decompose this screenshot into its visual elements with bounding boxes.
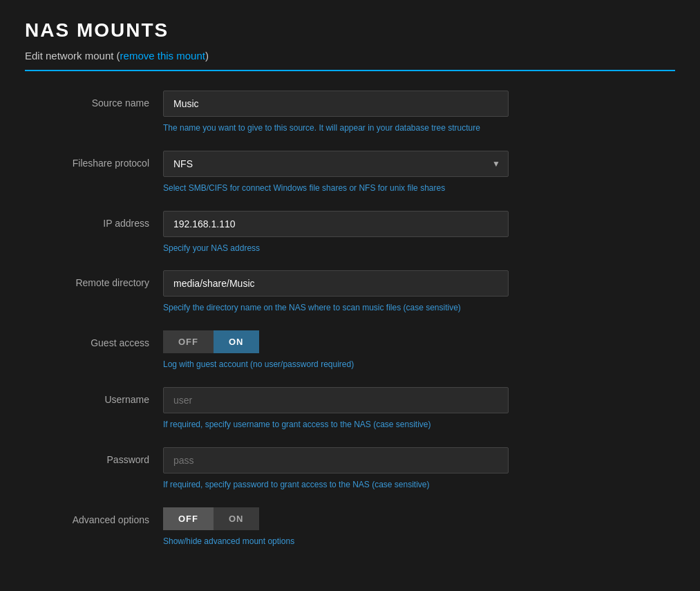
advanced-options-field-group: OFF ON Show/hide advanced mount options — [163, 507, 509, 547]
username-label: Username — [25, 387, 163, 405]
source-name-label: Source name — [25, 91, 163, 109]
page-title: NAS MOUNTS — [25, 19, 675, 41]
subtitle-suffix: ) — [205, 50, 209, 62]
fileshare-protocol-select-wrapper: NFS SMB/CIFS ▼ — [163, 151, 509, 177]
source-name-input[interactable] — [163, 91, 509, 117]
ip-address-hint: Specify your NAS address — [163, 243, 509, 254]
advanced-options-label: Advanced options — [25, 507, 163, 525]
advanced-options-off-button[interactable]: OFF — [163, 507, 214, 530]
ip-address-field-group: Specify your NAS address — [163, 211, 509, 254]
password-label: Password — [25, 447, 163, 465]
guest-access-toggle: OFF ON — [163, 330, 509, 353]
ip-address-input[interactable] — [163, 211, 509, 237]
fileshare-protocol-field-group: NFS SMB/CIFS ▼ Select SMB/CIFS for conne… — [163, 151, 509, 194]
password-row: Password If required, specify password t… — [25, 447, 675, 491]
remote-directory-field-group: Specify the directory name on the NAS wh… — [163, 270, 509, 314]
username-row: Username If required, specify username t… — [25, 387, 675, 431]
password-input[interactable] — [163, 447, 509, 473]
remote-directory-hint: Specify the directory name on the NAS wh… — [163, 302, 509, 314]
subtitle-row: Edit network mount ( remove this mount ) — [25, 50, 675, 71]
advanced-options-on-button[interactable]: ON — [214, 507, 259, 530]
source-name-field-group: The name you want to give to this source… — [163, 91, 509, 134]
advanced-options-toggle: OFF ON — [163, 507, 509, 530]
guest-access-label: Guest access — [25, 330, 163, 348]
remote-directory-label: Remote directory — [25, 270, 163, 288]
username-field-group: If required, specify username to grant a… — [163, 387, 509, 431]
guest-access-hint: Log with guest account (no user/password… — [163, 359, 509, 370]
username-hint: If required, specify username to grant a… — [163, 419, 509, 431]
password-hint: If required, specify password to grant a… — [163, 479, 509, 491]
advanced-options-row: Advanced options OFF ON Show/hide advanc… — [25, 507, 675, 547]
source-name-hint: The name you want to give to this source… — [163, 122, 509, 134]
ip-address-label: IP address — [25, 211, 163, 229]
remove-mount-link[interactable]: remove this mount — [120, 50, 205, 62]
guest-access-row: Guest access OFF ON Log with guest accou… — [25, 330, 675, 370]
fileshare-protocol-row: Fileshare protocol NFS SMB/CIFS ▼ Select… — [25, 151, 675, 194]
ip-address-row: IP address Specify your NAS address — [25, 211, 675, 254]
fileshare-protocol-label: Fileshare protocol — [25, 151, 163, 169]
guest-access-on-button[interactable]: ON — [214, 330, 259, 353]
password-field-group: If required, specify password to grant a… — [163, 447, 509, 491]
guest-access-field-group: OFF ON Log with guest account (no user/p… — [163, 330, 509, 370]
advanced-options-hint: Show/hide advanced mount options — [163, 536, 509, 547]
remote-directory-input[interactable] — [163, 270, 509, 297]
fileshare-protocol-select[interactable]: NFS SMB/CIFS — [163, 151, 509, 177]
subtitle-prefix: Edit network mount ( — [25, 50, 120, 62]
source-name-row: Source name The name you want to give to… — [25, 91, 675, 134]
username-input[interactable] — [163, 387, 509, 413]
guest-access-off-button[interactable]: OFF — [163, 330, 214, 353]
remote-directory-row: Remote directory Specify the directory n… — [25, 270, 675, 314]
page-container: NAS MOUNTS Edit network mount ( remove t… — [0, 0, 700, 583]
fileshare-protocol-hint: Select SMB/CIFS for connect Windows file… — [163, 182, 509, 194]
